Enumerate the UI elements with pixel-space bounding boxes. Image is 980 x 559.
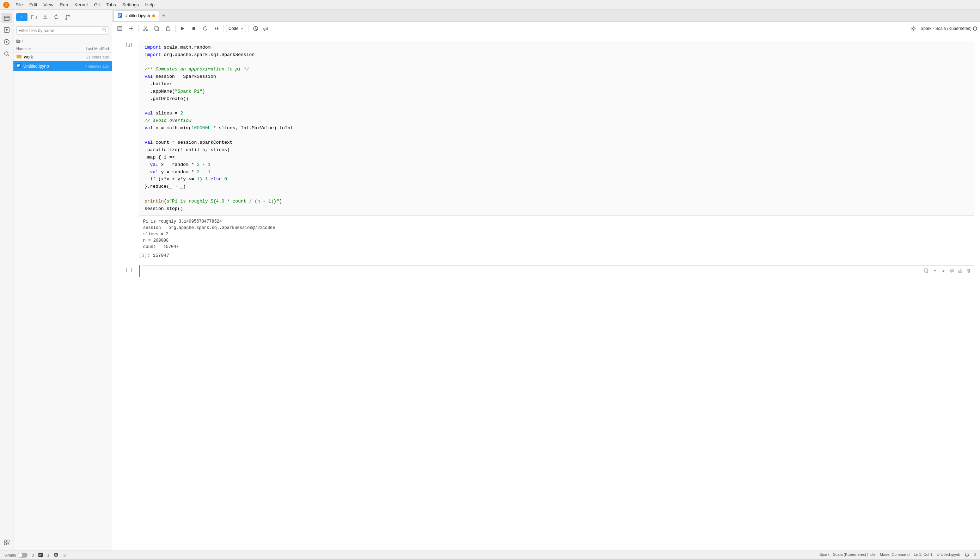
status-right: Spark - Scala (Kubernetes) | Idle Mode: … — [819, 552, 976, 558]
plus-icon: + — [20, 15, 23, 20]
refresh-btn[interactable] — [51, 12, 61, 22]
kernel-label: Spark - Scala (Kubernetes) — [920, 26, 972, 31]
sidebar-files-btn[interactable] — [2, 13, 12, 23]
kernel-settings-btn[interactable] — [909, 24, 918, 33]
file-toolbar: + + — [13, 10, 112, 24]
tab-untitled-ipynb[interactable]: Untitled.ipynb — [113, 11, 159, 21]
copy-btn[interactable] — [152, 24, 162, 33]
toggle-knob — [18, 553, 22, 557]
status-icon-2: S — [53, 552, 58, 558]
cursor-position: Ln 1, Col 1 — [914, 552, 932, 558]
cell-body-3[interactable]: import scala.math.random import org.apac… — [139, 41, 974, 260]
open-folder-btn[interactable] — [29, 12, 39, 22]
kernel-status[interactable]: Spark - Scala (Kubernetes) — [920, 26, 977, 31]
menu-kernel[interactable]: Kernel — [71, 2, 91, 8]
sidebar-extensions-btn[interactable] — [2, 537, 12, 548]
svg-rect-13 — [17, 65, 20, 66]
history-btn[interactable] — [250, 24, 260, 33]
restart-btn[interactable] — [200, 24, 210, 33]
svg-text:J: J — [5, 3, 7, 7]
notification-icon[interactable] — [965, 552, 969, 558]
svg-rect-9 — [4, 543, 7, 545]
sidebar-search-btn[interactable] — [2, 49, 12, 59]
code-line: val x = random * 2 - 1 — [144, 161, 970, 169]
menu-git[interactable]: Git — [91, 2, 103, 8]
delete-cell-btn[interactable] — [965, 267, 973, 275]
sidebar-upload-btn[interactable] — [2, 25, 12, 35]
sidebar-git-btn[interactable] — [2, 36, 12, 47]
cell-gutter-3: [3]: — [118, 41, 139, 260]
cell-output-3: Pi is roughly 3.140955704778524 session … — [139, 215, 974, 253]
notebook-area: Untitled.ipynb + — [112, 10, 980, 551]
toolbar-sep-1 — [138, 25, 139, 32]
menu-file[interactable]: File — [13, 2, 26, 8]
svg-point-29 — [913, 28, 914, 29]
menu-view[interactable]: View — [41, 2, 56, 8]
cell-label-3: [3]: — [125, 43, 135, 48]
code-line: val slices = 2 — [144, 110, 970, 117]
cell-type-label: Code — [229, 26, 239, 31]
file-item-work[interactable]: work 21 hours ago — [13, 53, 112, 61]
mode-text: Mode: Command — [880, 552, 909, 558]
tab-notebook-icon — [118, 13, 122, 19]
git-branch-btn[interactable] — [63, 12, 73, 22]
menu-tabs[interactable]: Tabs — [103, 2, 118, 8]
search-input[interactable] — [19, 28, 102, 33]
run-btn[interactable] — [177, 24, 187, 33]
move-down-btn[interactable] — [939, 267, 947, 275]
save-btn[interactable] — [115, 24, 125, 33]
menu-edit[interactable]: Edit — [27, 2, 40, 8]
cut-btn[interactable] — [141, 24, 151, 33]
empty-cell-input[interactable] — [142, 265, 974, 277]
breadcrumb-path: / — [22, 38, 23, 43]
menu-settings[interactable]: Settings — [119, 2, 142, 8]
git-toolbar-btn[interactable]: git — [262, 24, 269, 33]
code-line: session.stop() — [144, 205, 970, 213]
new-tab-btn[interactable]: + — [160, 12, 168, 20]
cell-type-select[interactable]: Code — [226, 25, 246, 32]
search-input-wrap[interactable] — [16, 26, 109, 35]
fastforward-btn[interactable] — [212, 24, 221, 33]
toolbar-sep-4 — [248, 25, 249, 32]
result-value-3: 157047 — [153, 253, 169, 258]
code-line: .map { i => — [144, 154, 970, 161]
cell-input-3[interactable]: import scala.math.random import org.apac… — [139, 41, 974, 215]
code-line: }.reduce(_ + _) — [144, 183, 970, 190]
tab-label: Untitled.ipynb — [124, 13, 150, 18]
insert-above-btn[interactable] — [948, 267, 956, 275]
status-icon-1 — [38, 552, 43, 558]
simple-mode-toggle[interactable]: Simple — [4, 552, 28, 557]
command-palette-btn[interactable] — [63, 552, 68, 557]
new-launcher-btn[interactable]: + + — [16, 13, 28, 21]
svg-point-5 — [6, 41, 7, 43]
add-cell-btn[interactable] — [126, 24, 136, 33]
file-item-untitled[interactable]: Untitled.ipynb 4 minutes ago — [13, 61, 112, 71]
notebook-content: [3]: import scala.math.random import org… — [112, 35, 980, 551]
cell-body-empty[interactable] — [139, 265, 974, 277]
copy-cell-btn[interactable] — [922, 267, 930, 275]
toolbar-sep-2 — [175, 25, 176, 32]
paste-btn[interactable] — [163, 24, 173, 33]
cell-gutter-empty: [ ]: — [118, 265, 139, 277]
svg-rect-32 — [950, 269, 953, 271]
upload-btn[interactable] — [40, 12, 50, 22]
git-label: git — [263, 26, 268, 31]
code-cell-empty: [ ]: — [118, 265, 974, 277]
insert-below-btn[interactable] — [957, 267, 964, 275]
svg-text:S: S — [55, 554, 57, 556]
kernel-status-text: Spark - Scala (Kubernetes) | Idle — [819, 552, 875, 558]
menu-help[interactable]: Help — [143, 2, 158, 8]
svg-rect-31 — [924, 269, 927, 272]
stop-btn[interactable] — [189, 24, 199, 33]
notebook-toolbar: Code git — [112, 22, 980, 35]
svg-rect-37 — [39, 556, 41, 556]
code-line: .parallelize(1 until n, slices) — [144, 147, 970, 154]
file-name-untitled: Untitled.ipynb — [23, 64, 70, 69]
cell-result-3: [3]: 157047 — [139, 253, 974, 260]
simple-mode-label: Simple — [4, 553, 16, 557]
toggle-track[interactable] — [18, 552, 28, 557]
col-name-header[interactable]: Name — [16, 46, 70, 51]
move-up-btn[interactable] — [931, 267, 939, 275]
svg-rect-14 — [17, 66, 19, 67]
menu-run[interactable]: Run — [57, 2, 71, 8]
